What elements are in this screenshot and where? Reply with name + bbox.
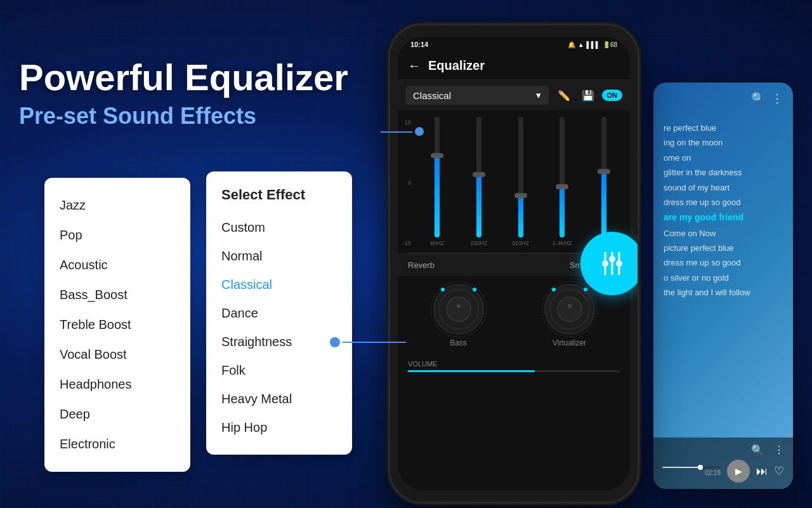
playback-row: 02:18 ▶ ⏭ ♡	[662, 460, 784, 483]
lyrics-line: are my good friend	[664, 210, 783, 225]
eq-band: 1.4KHZ	[541, 117, 583, 246]
eq-slider-track[interactable]	[476, 117, 481, 237]
phone-body: 10:14 🔔 ▲ ▌▌▌ 🔋68 ← Equalizer Classical …	[390, 25, 638, 502]
select-effect-title: Select Effect	[206, 184, 352, 213]
status-time: 10:14	[410, 41, 428, 48]
eq-slider-handle[interactable]	[431, 153, 443, 158]
eq-band-label: 910HZ	[512, 240, 529, 246]
eq-slider-handle[interactable]	[598, 169, 610, 174]
main-title: Powerful Equalizer	[19, 57, 387, 98]
eq-slider-fill	[560, 187, 565, 237]
right-card-item[interactable]: Heavy Metal	[206, 385, 352, 413]
eq-sliders-grid: 60HZ230HZ910HZ1.4KHZ3.6KHZ	[416, 117, 625, 246]
volume-fill	[408, 370, 535, 372]
eq-slider-track[interactable]	[601, 117, 606, 237]
signal-icon: ▌▌▌	[587, 41, 600, 48]
search-player-icon[interactable]: 🔍	[751, 444, 764, 456]
right-card-item[interactable]: Custom	[206, 213, 352, 242]
eq-band: 3.6KHZ	[583, 117, 625, 246]
progress-track[interactable]	[662, 467, 721, 468]
connector-top-line	[381, 131, 412, 133]
eq-slider-fill	[601, 171, 606, 238]
lyrics-line: glitter in the darkness	[664, 165, 783, 180]
eq-band: 60HZ	[416, 117, 458, 246]
save-button[interactable]: 💾	[578, 85, 598, 105]
volume-track[interactable]	[408, 370, 620, 372]
left-card-item[interactable]: Deep	[44, 399, 190, 429]
preset-actions: ✏️ 💾 ON	[554, 85, 623, 105]
heart-icon[interactable]: ♡	[774, 464, 784, 478]
player-time: 02:18	[662, 469, 721, 476]
phone-mockup: 10:14 🔔 ▲ ▌▌▌ 🔋68 ← Equalizer Classical …	[390, 25, 638, 502]
lyrics-lines: re perfect blueing on the moonome onglit…	[653, 114, 793, 306]
reverb-label: Reverb	[408, 260, 570, 270]
eq-header: ← Equalizer	[398, 52, 630, 80]
lyrics-line: picture perfect blue	[664, 241, 783, 255]
db-bot-label: -15	[403, 240, 411, 246]
eq-slider-track[interactable]	[435, 117, 440, 237]
left-card-item[interactable]: Treble Boost	[44, 310, 190, 340]
eq-slider-handle[interactable]	[514, 193, 527, 198]
edit-button[interactable]: ✏️	[554, 85, 574, 105]
connector-line	[343, 342, 406, 343]
left-card-item[interactable]: Pop	[44, 220, 190, 250]
preset-name: Classical	[413, 90, 451, 101]
preset-bar: Classical ▾ ✏️ 💾 ON	[398, 80, 630, 110]
sub-title: Pre-set Sound Effects	[19, 103, 387, 130]
eq-float-icon[interactable]	[580, 232, 638, 295]
eq-sliders-area: 15 0 -15 60HZ230HZ910HZ1.4KHZ3.6KHZ	[398, 110, 630, 253]
eq-band: 910HZ	[500, 117, 542, 246]
more-player-icon[interactable]: ⋮	[774, 444, 784, 456]
db-top-label: 15	[405, 119, 411, 126]
right-effects-card: Select Effect CustomNormalClassicalDance…	[206, 171, 352, 455]
progress-area: 02:18	[662, 467, 721, 476]
connector-top-dot	[415, 127, 424, 136]
more-icon[interactable]: ⋮	[771, 91, 783, 105]
left-card-item[interactable]: Headphones	[44, 370, 190, 399]
left-card-item[interactable]: Vocal Boost	[44, 340, 190, 370]
left-effects-card: JazzPopAcousticBass_BoostTreble BoostVoc…	[44, 178, 190, 472]
lyrics-icons-row: 🔍 ⋮	[653, 83, 793, 114]
eq-slider-fill	[518, 196, 523, 238]
left-text-area: Powerful Equalizer Pre-set Sound Effects	[19, 57, 387, 130]
play-button[interactable]: ▶	[727, 460, 750, 483]
eq-title: Equalizer	[428, 58, 620, 73]
virtualizer-knob[interactable]	[544, 284, 595, 335]
battery-icon: 🔋68	[603, 41, 617, 48]
bass-knob[interactable]	[433, 284, 484, 335]
status-icons: 🔔 ▲ ▌▌▌ 🔋68	[568, 41, 617, 48]
wifi-icon: ▲	[578, 41, 584, 48]
search-icon[interactable]: 🔍	[751, 91, 765, 105]
left-card-item[interactable]: Bass_Boost	[44, 280, 190, 310]
left-card-item[interactable]: Electronic	[44, 429, 190, 459]
notification-icon: 🔔	[568, 41, 575, 48]
eq-slider-track[interactable]	[518, 117, 523, 237]
bass-label: Bass	[450, 338, 467, 347]
left-card-item[interactable]: Acoustic	[44, 250, 190, 280]
volume-label: VOLUME	[408, 360, 620, 368]
right-card-item[interactable]: Dance	[206, 299, 352, 328]
on-toggle[interactable]: ON	[602, 90, 623, 101]
preset-selector[interactable]: Classical ▾	[405, 86, 549, 105]
eq-band-label: 1.4KHZ	[553, 240, 572, 246]
progress-dot	[698, 465, 703, 470]
right-card-item[interactable]: Normal	[206, 242, 352, 271]
skip-next-icon[interactable]: ⏭	[756, 465, 768, 478]
eq-slider-handle[interactable]	[473, 172, 485, 177]
eq-slider-fill	[476, 175, 481, 237]
lyrics-line: ing on the moon	[664, 135, 783, 150]
lyrics-line: dress me up so good	[664, 195, 783, 210]
eq-slider-handle[interactable]	[556, 184, 568, 189]
back-button[interactable]: ←	[408, 58, 421, 73]
eq-slider-fill	[435, 156, 440, 237]
lyrics-line: o silver or no gold	[664, 271, 783, 285]
right-card-item[interactable]: Folk	[206, 356, 352, 385]
lyrics-line: dress me up so good	[664, 255, 783, 270]
right-card-item[interactable]: Hip Hop	[206, 413, 352, 442]
lyrics-panel: 🔍 ⋮ re perfect blueing on the moonome on…	[653, 83, 793, 489]
eq-slider-track[interactable]	[560, 117, 565, 237]
left-card-item[interactable]: Jazz	[44, 190, 190, 220]
volume-row: VOLUME	[398, 355, 630, 377]
lyrics-line: the light and I will follow	[664, 285, 783, 300]
right-card-item[interactable]: Classical	[206, 271, 352, 299]
